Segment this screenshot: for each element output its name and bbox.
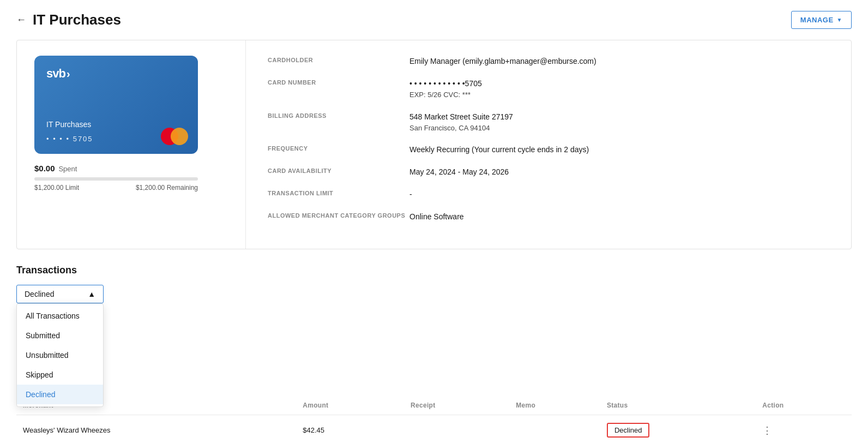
mc-circle-orange: [171, 128, 188, 145]
filter-dropdown-menu: All Transactions Submitted Unsubmitted S…: [16, 303, 104, 407]
progress-bar-container: [34, 177, 198, 181]
status-cell: Declined: [600, 415, 756, 444]
merchant-cell: Weasleys' Wizard Wheezes: [16, 415, 296, 444]
card-limits-row: $1,200.00 Limit $1,200.00 Remaining: [34, 184, 198, 191]
merchant-category-label: ALLOWED MERCHANT CATEGORY GROUPS: [268, 211, 409, 219]
transaction-limit-label: TRANSACTION LIMIT: [268, 189, 409, 196]
billing-address-row: BILLING ADDRESS 548 Market Street Suite …: [268, 111, 829, 134]
card-number-label: CARD NUMBER: [268, 78, 409, 86]
card-number-value: • • • • • • • • • • • •5705 EXP: 5/26 CV…: [409, 78, 482, 100]
col-action: Action: [756, 396, 852, 415]
card-visual-section: svb› IT Purchases • • • • 5705 $0.00 Spe…: [17, 40, 246, 249]
card-detail-panel: svb› IT Purchases • • • • 5705 $0.00 Spe…: [16, 40, 852, 249]
filter-selected-label: Declined: [25, 290, 54, 298]
receipt-cell: [404, 415, 509, 444]
manage-button[interactable]: MANAGE ▼: [791, 11, 852, 29]
dropdown-item-declined[interactable]: Declined: [17, 385, 103, 404]
cardholder-label: CARDHOLDER: [268, 56, 409, 63]
billing-address-value: 548 Market Street Suite 27197 San Franci…: [409, 111, 513, 134]
action-cell[interactable]: ⋮: [756, 415, 852, 444]
transactions-table-wrapper: Merchant Amount Receipt Memo Status Acti…: [16, 396, 852, 443]
bank-logo: svb›: [46, 67, 186, 81]
action-menu-icon[interactable]: ⋮: [762, 425, 773, 436]
memo-cell: [509, 415, 600, 444]
transaction-limit-value: -: [409, 189, 412, 200]
frequency-value: Weekly Recurring (Your current cycle end…: [409, 144, 589, 155]
card-info-section: CARDHOLDER Emily Manager (emily.glamb+ma…: [246, 40, 851, 249]
dropdown-item-unsubmitted[interactable]: Unsubmitted: [17, 345, 103, 365]
manage-chevron-icon: ▼: [837, 17, 842, 23]
billing-address-line2: San Francisco, CA 94104: [409, 123, 513, 134]
dropdown-item-skipped[interactable]: Skipped: [17, 365, 103, 385]
card-spend-info: $0.00 Spent: [34, 164, 228, 173]
dropdown-item-submitted[interactable]: Submitted: [17, 326, 103, 345]
frequency-label: FREQUENCY: [268, 144, 409, 152]
remaining-label: $1,200.00 Remaining: [136, 184, 198, 191]
dropdown-item-all[interactable]: All Transactions: [17, 306, 103, 326]
merchant-category-row: ALLOWED MERCHANT CATEGORY GROUPS Online …: [268, 211, 829, 223]
card-availability-label: CARD AVAILABILITY: [268, 166, 409, 174]
filter-chevron-icon: ▲: [88, 290, 95, 298]
status-badge-declined: Declined: [607, 423, 650, 438]
spent-label: Spent: [58, 165, 77, 173]
transactions-section: Transactions Declined ▲ All Transactions…: [16, 265, 852, 443]
col-amount: Amount: [296, 396, 404, 415]
bank-chevron-icon: ›: [67, 68, 70, 80]
transaction-limit-row: TRANSACTION LIMIT -: [268, 189, 829, 200]
card-availability-value: May 24, 2024 - May 24, 2026: [409, 166, 509, 178]
credit-card: svb› IT Purchases • • • • 5705: [34, 56, 198, 154]
filter-dropdown-wrapper: Declined ▲ All Transactions Submitted Un…: [16, 285, 104, 303]
card-number-row: CARD NUMBER • • • • • • • • • • • •5705 …: [268, 78, 829, 100]
transactions-title: Transactions: [16, 265, 852, 276]
table-row: Weasleys' Wizard Wheezes $42.45 Declined…: [16, 415, 852, 444]
col-receipt: Receipt: [404, 396, 509, 415]
amount-cell: $42.45: [296, 415, 404, 444]
frequency-row: FREQUENCY Weekly Recurring (Your current…: [268, 144, 829, 155]
spent-amount: $0.00: [34, 164, 55, 173]
cardholder-row: CARDHOLDER Emily Manager (emily.glamb+ma…: [268, 56, 829, 67]
page-header: ← IT Purchases MANAGE ▼: [16, 11, 852, 29]
table-header-row: Merchant Amount Receipt Memo Status Acti…: [16, 396, 852, 415]
card-availability-row: CARD AVAILABILITY May 24, 2024 - May 24,…: [268, 166, 829, 178]
header-left: ← IT Purchases: [16, 11, 121, 28]
col-status: Status: [600, 396, 756, 415]
col-memo: Memo: [509, 396, 600, 415]
transactions-table: Merchant Amount Receipt Memo Status Acti…: [16, 396, 852, 443]
card-expiry: EXP: 5/26 CVC: ***: [409, 89, 482, 100]
card-number-on-card: • • • • 5705: [46, 135, 93, 143]
billing-address-label: BILLING ADDRESS: [268, 111, 409, 119]
merchant-category-value: Online Software: [409, 211, 464, 223]
filter-dropdown-button[interactable]: Declined ▲: [16, 285, 104, 303]
back-button[interactable]: ←: [16, 14, 26, 26]
cardholder-value: Emily Manager (emily.glamb+manager@embur…: [409, 56, 596, 67]
card-name-on-card: IT Purchases: [46, 120, 91, 129]
mastercard-logo: [161, 128, 188, 145]
limit-label: $1,200.00 Limit: [34, 184, 79, 191]
page-title: IT Purchases: [33, 11, 121, 28]
